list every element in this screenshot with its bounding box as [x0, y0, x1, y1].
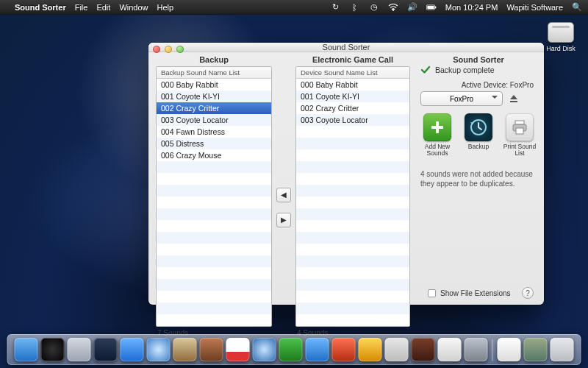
svg-rect-6: [431, 126, 443, 129]
dock-photobooth-icon[interactable]: [332, 338, 356, 361]
printer-icon: [506, 113, 534, 141]
backup-list-row[interactable]: 006 Crazy Mouse: [157, 149, 271, 161]
volume-icon[interactable]: 🔊: [407, 2, 417, 13]
dock-facetime-icon[interactable]: [279, 338, 303, 361]
dock-appstore-icon[interactable]: [121, 338, 144, 361]
menubar-company[interactable]: Wapiti Software: [506, 3, 563, 12]
help-button[interactable]: ?: [522, 287, 534, 299]
dock: [7, 334, 581, 365]
device-list-row[interactable]: 003 Coyote Locator: [296, 114, 409, 126]
battery-icon[interactable]: [426, 2, 437, 13]
list-row-empty: [296, 220, 409, 232]
device-select[interactable]: FoxPro: [420, 91, 503, 106]
spotlight-icon[interactable]: 🔍: [572, 2, 582, 13]
backup-list-row[interactable]: 001 Coyote KI-YI: [157, 91, 271, 102]
plus-icon: [423, 113, 451, 141]
hard-disk-desktop-icon[interactable]: Hard Disk: [544, 22, 578, 52]
list-row-empty: [157, 255, 271, 267]
dock-finder-icon[interactable]: [15, 338, 38, 361]
bluetooth-icon[interactable]: ᛒ: [350, 2, 360, 13]
print-sound-list-button[interactable]: Print Sound List: [503, 113, 537, 158]
window-title: Sound Sorter: [323, 43, 370, 52]
device-list-row[interactable]: 002 Crazy Critter: [296, 102, 409, 114]
add-new-sounds-button[interactable]: Add New Sounds: [420, 113, 454, 158]
side-heading: Sound Sorter: [420, 55, 537, 64]
backup-list-row[interactable]: 000 Baby Rabbit: [157, 79, 271, 91]
dock-downloads-icon[interactable]: [524, 338, 548, 361]
backup-list-row[interactable]: 002 Crazy Critter: [157, 102, 271, 114]
device-heading: Electronic Game Call: [295, 55, 410, 64]
list-row-empty: [296, 244, 409, 255]
menu-edit[interactable]: Edit: [96, 3, 110, 12]
show-extensions-checkbox[interactable]: [428, 289, 436, 297]
list-row-empty: [296, 267, 409, 279]
minimize-button[interactable]: [165, 46, 172, 53]
menubar-clock[interactable]: Mon 10:24 PM: [445, 3, 498, 12]
list-row-empty: [296, 208, 409, 220]
wifi-icon[interactable]: [388, 2, 398, 13]
backup-panel: Backup Backup Sound Name List 000 Baby R…: [156, 55, 272, 337]
hard-disk-icon: [548, 22, 574, 43]
dock-textedit-icon[interactable]: [438, 338, 462, 361]
list-row-empty: [157, 220, 271, 232]
list-row-empty: [157, 267, 271, 279]
list-row-empty: [296, 138, 409, 149]
device-list-header[interactable]: Device Sound Name List: [296, 67, 409, 79]
menubar: Sound Sorter File Edit Window Help ↻ ᛒ ◷…: [0, 0, 588, 15]
dock-systemprefs-icon[interactable]: [465, 338, 488, 361]
timemachine-menu-icon[interactable]: ◷: [369, 2, 379, 13]
dock-mail-icon[interactable]: [173, 338, 197, 361]
timemachine-icon: [465, 113, 492, 141]
backup-button[interactable]: Backup: [462, 113, 495, 158]
menu-window[interactable]: Window: [119, 3, 148, 12]
device-list[interactable]: Device Sound Name List 000 Baby Rabbit00…: [295, 66, 410, 327]
dock-launchpad-icon[interactable]: [68, 338, 91, 361]
dock-calendar-icon[interactable]: [226, 338, 250, 361]
svg-point-0: [392, 10, 394, 11]
list-row-empty: [157, 232, 271, 244]
backup-list-header[interactable]: Backup Sound Name List: [157, 67, 271, 79]
backup-list[interactable]: Backup Sound Name List 000 Baby Rabbit00…: [156, 66, 272, 327]
show-extensions-label[interactable]: Show File Extensions: [440, 289, 511, 297]
list-row-empty: [157, 173, 271, 185]
dock-dictionary-icon[interactable]: [412, 338, 435, 361]
menu-help[interactable]: Help: [157, 3, 174, 12]
list-row-empty: [157, 291, 271, 302]
move-left-button[interactable]: ◀: [276, 188, 291, 202]
close-button[interactable]: [153, 46, 160, 53]
dock-itunes-icon[interactable]: [253, 338, 276, 361]
status-message: 4 sounds were not added because they app…: [420, 169, 537, 189]
sync-icon[interactable]: ↻: [331, 2, 341, 13]
list-row-empty: [157, 197, 271, 208]
svg-rect-3: [435, 6, 436, 8]
window-titlebar[interactable]: Sound Sorter: [148, 43, 544, 52]
dock-preview-icon[interactable]: [385, 338, 409, 361]
eject-button[interactable]: [507, 92, 520, 105]
dock-documents-icon[interactable]: [498, 338, 521, 361]
dock-ichat-icon[interactable]: [306, 338, 329, 361]
device-list-row[interactable]: 001 Coyote KI-YI: [296, 91, 409, 102]
move-right-button[interactable]: ▶: [276, 213, 291, 227]
list-row-empty: [157, 302, 271, 314]
add-label: Add New Sounds: [425, 143, 451, 157]
list-row-empty: [296, 291, 409, 302]
dock-mission-control-icon[interactable]: [94, 338, 118, 361]
list-row-empty: [157, 161, 271, 173]
list-row-empty: [157, 314, 271, 326]
window-footer: Show File Extensions ?: [428, 287, 534, 299]
backup-status: Backup complete: [420, 65, 537, 75]
menu-file[interactable]: File: [75, 3, 88, 12]
dock-contacts-icon[interactable]: [200, 338, 223, 361]
dock-dashboard-icon[interactable]: [41, 338, 65, 361]
svg-rect-8: [515, 121, 524, 124]
dock-iphoto-icon[interactable]: [359, 338, 382, 361]
backup-list-row[interactable]: 003 Coyote Locator: [157, 114, 271, 126]
backup-list-row[interactable]: 004 Fawn Distress: [157, 126, 271, 138]
menu-app-name[interactable]: Sound Sorter: [15, 3, 66, 12]
zoom-button[interactable]: [176, 46, 184, 53]
dock-safari-icon[interactable]: [147, 338, 171, 361]
dock-trash-icon[interactable]: [551, 338, 574, 361]
backup-list-row[interactable]: 005 Distress: [157, 138, 271, 149]
device-list-row[interactable]: 000 Baby Rabbit: [296, 79, 409, 91]
active-device-label: Active Device: FoxPro: [420, 81, 534, 89]
